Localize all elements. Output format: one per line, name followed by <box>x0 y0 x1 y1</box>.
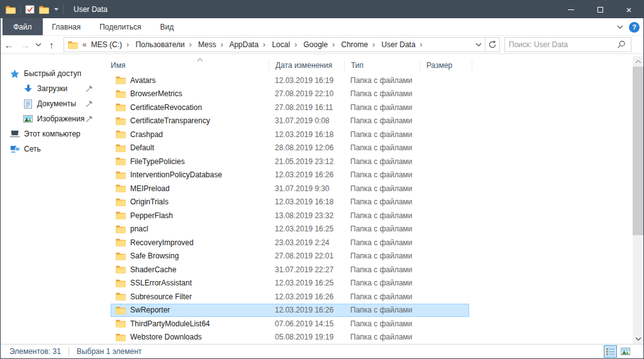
breadcrumb-separator-icon[interactable]: › <box>189 40 192 49</box>
ribbon-tab[interactable]: Поделиться <box>90 18 150 35</box>
breadcrumb-item[interactable]: Пользователи <box>135 40 184 49</box>
breadcrumb-item[interactable]: Mess <box>198 40 216 49</box>
file-row[interactable]: PepperFlash 13.08.2019 23:32 Папка с фай… <box>111 209 469 223</box>
breadcrumb-item[interactable]: AppData <box>229 40 258 49</box>
maximize-button[interactable] <box>586 1 614 18</box>
column-header-type[interactable]: Тип <box>345 60 420 71</box>
breadcrumb-item[interactable]: Google <box>303 40 328 49</box>
sidebar-item[interactable]: Этот компьютер <box>1 126 98 141</box>
breadcrumb-separator-icon[interactable]: › <box>372 40 375 49</box>
breadcrumb-separator-icon[interactable]: › <box>126 40 129 49</box>
file-row[interactable]: MEIPreload 31.07.2019 9:30 Папка с файла… <box>111 182 469 196</box>
breadcrumb-overflow[interactable]: « <box>82 40 87 49</box>
file-row[interactable]: ThirdPartyModuleList64 07.06.2019 14:15 … <box>111 317 469 331</box>
file-type: Папка с файлами <box>344 265 419 274</box>
scroll-down-icon[interactable] <box>633 333 643 344</box>
forward-button[interactable]: → <box>17 36 33 53</box>
file-date: 12.03.2019 16:18 <box>269 197 344 206</box>
file-row[interactable]: RecoveryImproved 23.03.2019 2:24 Папка с… <box>111 236 469 250</box>
file-row[interactable]: InterventionPolicyDatabase 12.03.2019 16… <box>111 168 469 182</box>
column-header-size[interactable]: Размер <box>420 60 472 71</box>
file-name: Subresource Filter <box>130 292 192 301</box>
file-row[interactable]: CertificateRevocation 27.08.2019 16:11 П… <box>111 101 469 114</box>
breadcrumb-item[interactable]: MES (C:) <box>91 40 122 49</box>
help-button[interactable]: ? <box>629 22 640 33</box>
file-row[interactable]: FileTypePolicies 21.05.2019 23:12 Папка … <box>111 155 469 168</box>
file-row[interactable]: Crashpad 12.03.2019 16:18 Папка с файлам… <box>111 128 469 141</box>
details-view-button[interactable] <box>604 345 617 358</box>
file-type: Папка с файлами <box>344 89 419 98</box>
back-button[interactable]: ← <box>1 36 17 53</box>
search-icon[interactable] <box>616 40 631 49</box>
sidebar-item[interactable]: Документы <box>1 96 98 111</box>
file-row[interactable]: CertificateTransparency 31.07.2019 0:08 … <box>111 114 469 128</box>
file-type: Папка с файлами <box>344 333 419 341</box>
file-row[interactable]: OriginTrials 12.03.2019 16:18 Папка с фа… <box>111 196 469 209</box>
folder-icon <box>116 292 126 301</box>
breadcrumb-separator-icon[interactable]: › <box>221 40 223 49</box>
sidebar-item[interactable]: Изображения <box>1 111 98 126</box>
file-date: 31.07.2019 9:30 <box>269 184 344 193</box>
file-row[interactable]: Default 28.08.2019 12:06 Папка с файлами <box>111 141 469 155</box>
sidebar-item-icon <box>23 99 33 109</box>
file-row[interactable]: BrowserMetrics 27.08.2019 22:10 Папка с … <box>111 87 469 101</box>
sidebar-item[interactable]: Быстрый доступ <box>1 66 98 81</box>
titlebar-separator-2 <box>63 4 64 14</box>
titlebar-separator <box>20 4 21 14</box>
file-row[interactable]: SSLErrorAssistant 12.03.2019 16:25 Папка… <box>111 277 469 290</box>
breadcrumb-item[interactable]: Chrome <box>341 40 369 49</box>
file-row[interactable]: Safe Browsing 27.08.2019 22:01 Папка с ф… <box>111 250 469 263</box>
breadcrumb-separator-icon[interactable]: › <box>294 40 297 49</box>
breadcrumb-item[interactable]: Local <box>272 40 290 49</box>
folder-icon <box>116 333 126 341</box>
app-folder-icon <box>6 6 16 14</box>
vertical-scrollbar[interactable] <box>633 56 643 344</box>
file-type: Папка с файлами <box>344 76 419 85</box>
breadcrumb-separator-icon[interactable]: › <box>420 40 423 49</box>
breadcrumb-separator-icon[interactable]: › <box>332 40 335 49</box>
refresh-icon[interactable] <box>485 38 499 52</box>
sidebar-item-icon <box>9 69 20 79</box>
sidebar-item[interactable]: Сеть <box>1 141 98 157</box>
file-date: 27.08.2019 22:01 <box>269 251 344 260</box>
file-row[interactable]: Avatars 12.03.2019 16:19 Папка с файлами <box>111 74 469 87</box>
column-header-name[interactable]: Имя <box>111 60 269 71</box>
address-dropdown-icon[interactable] <box>472 38 485 52</box>
sidebar-item[interactable]: Загрузки <box>1 81 98 96</box>
items-count: Элементов: 31 <box>9 347 61 356</box>
column-header-date[interactable]: Дата изменения <box>269 60 345 71</box>
file-date: 12.03.2019 16:25 <box>269 279 344 287</box>
scroll-up-icon[interactable] <box>633 56 643 67</box>
file-row[interactable]: pnacl 12.03.2019 16:25 Папка с файлами <box>111 223 469 236</box>
address-bar[interactable]: « MES (C:)› Пользователи› Mess› AppData›… <box>64 37 500 52</box>
folder-icon <box>116 238 126 246</box>
close-button[interactable]: × <box>614 1 643 18</box>
search-box[interactable] <box>504 37 631 52</box>
ribbon-collapse-icon[interactable] <box>617 25 623 29</box>
breadcrumb-separator-icon[interactable]: › <box>263 40 265 49</box>
properties-check-icon[interactable] <box>25 5 35 14</box>
file-row[interactable]: ShaderCache 31.07.2019 22:27 Папка с фай… <box>111 263 469 277</box>
file-name: InterventionPolicyDatabase <box>130 170 222 179</box>
ribbon-tab[interactable]: Файл <box>3 18 43 35</box>
file-name: RecoveryImproved <box>130 238 194 247</box>
new-folder-icon[interactable] <box>39 6 49 14</box>
qat-dropdown-caret-icon[interactable] <box>54 8 58 11</box>
file-row[interactable]: SwReporter 12.03.2019 16:26 Папка с файл… <box>111 304 469 318</box>
ribbon-tab[interactable]: Вид <box>150 18 183 35</box>
file-row[interactable]: Subresource Filter 12.03.2019 16:26 Папк… <box>111 290 469 304</box>
file-row[interactable]: Webstore Downloads 05.08.2019 19:19 Папк… <box>111 331 469 345</box>
breadcrumb-item[interactable]: User Data <box>382 40 416 49</box>
file-date: 07.06.2019 14:15 <box>269 319 344 328</box>
folder-icon <box>116 211 126 219</box>
up-button[interactable]: ↑ <box>43 36 60 53</box>
folder-icon <box>116 90 126 98</box>
file-type: Папка с файлами <box>344 143 419 152</box>
thumbnails-view-button[interactable] <box>619 345 632 358</box>
folder-icon <box>116 130 126 138</box>
minimize-button[interactable] <box>557 1 586 18</box>
history-dropdown-icon[interactable] <box>33 36 43 53</box>
ribbon-tab[interactable]: Главная <box>43 18 91 35</box>
search-input[interactable] <box>505 40 616 49</box>
scrollbar-thumb[interactable] <box>633 67 643 235</box>
